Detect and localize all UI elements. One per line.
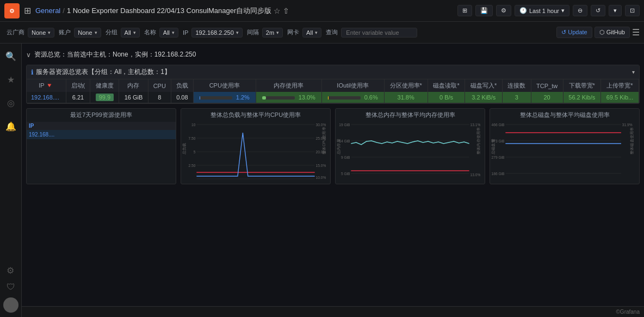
chart-disk-svg: 466 GiB 373 GiB 279 GiB 186 GiB 31.9% 总磁…: [490, 122, 639, 184]
svg-text:5 GiB: 5 GiB: [341, 172, 350, 176]
refresh-options-button[interactable]: ▾: [609, 5, 622, 16]
col-connections[interactable]: 连接数: [503, 79, 531, 92]
filter-interval-select[interactable]: 2m ▾: [262, 28, 283, 38]
topbar-right: ⊞ 💾 ⚙ 🕐 Last 1 hour ▾ ⊖ ↺ ▾ ⊡: [457, 5, 640, 16]
chart-disk-title: 整体总磁盘与整体平均磁盘使用率: [490, 109, 639, 119]
table-row[interactable]: 192.168.... 6.21 99.9 16 GiB 8 0.08 1.2%: [27, 92, 639, 103]
col-cpu-usage[interactable]: CPU使用率: [193, 79, 256, 92]
cell-memory: 16 GiB: [119, 92, 148, 103]
svg-text:30.0%: 30.0%: [316, 123, 326, 127]
col-uptime[interactable]: 启动(: [66, 79, 90, 92]
col-cpu[interactable]: CPU: [148, 79, 171, 92]
settings-button[interactable]: ⚙: [496, 5, 511, 16]
update-button[interactable]: ↺ Update: [556, 27, 592, 38]
menu-icon[interactable]: ☰: [632, 27, 640, 38]
cpu-progress-bar-container: [200, 96, 232, 100]
main-content: ∨ 资源总览：当前选中主机：None，实例：192.168.2.250 ℹ 服务…: [22, 43, 644, 317]
breadcrumb-root[interactable]: General: [35, 7, 60, 15]
filter-query-label: 查询: [324, 28, 340, 36]
panel-collapse-icon[interactable]: ▾: [632, 69, 635, 75]
time-label: Last 1 hour: [529, 8, 559, 14]
col-ip[interactable]: IP 🔻: [27, 79, 66, 92]
chart-p99-body: IP 192.168....: [27, 122, 176, 184]
footer-text: ©Grafana: [616, 309, 640, 315]
svg-text:整体磁盘使用率: 整体磁盘使用率: [630, 127, 634, 154]
col-disk-read[interactable]: 磁盘读取*: [428, 79, 465, 92]
col-mem-usage[interactable]: 内存使用率: [256, 79, 321, 92]
time-picker[interactable]: 🕐 Last 1 hour ▾: [515, 5, 569, 16]
filter-group-select[interactable]: All ▾: [121, 28, 140, 38]
sidebar-icon-shield[interactable]: 🛡: [3, 279, 18, 295]
io-progress-bar-container: [328, 96, 361, 100]
filter-nic-select[interactable]: All ▾: [302, 28, 321, 38]
chart-load-cpu-svg: 10 7.50 5 2.50 30.0% 25.0% 20.0% 15.0% 1…: [181, 122, 330, 184]
col-load[interactable]: 负载: [171, 79, 193, 92]
col-memory[interactable]: 内存: [119, 79, 148, 92]
share-icon[interactable]: ⇧: [283, 7, 289, 15]
svg-text:整体CPU使用率: 整体CPU使用率: [322, 127, 326, 154]
filter-nic: 网卡 All ▾: [285, 28, 321, 38]
filter-name-label: 名称: [142, 28, 158, 36]
col-upload[interactable]: 上传带宽*: [600, 79, 639, 92]
sidebar-icon-alerting[interactable]: 🔔: [2, 118, 20, 135]
chart-mem: 整体总内存与整体平均内存使用率 19 GiB 14 GiB 9 GiB 5 Gi…: [335, 108, 485, 184]
cpu-progress-bar: [200, 96, 200, 100]
update-icon: ↺: [561, 29, 566, 35]
sidebar-icon-starred[interactable]: ★: [4, 71, 18, 88]
panel-info-icon[interactable]: ℹ: [31, 69, 34, 76]
refresh-button[interactable]: ↺: [591, 5, 605, 16]
update-label: Update: [568, 29, 587, 35]
section-toggle[interactable]: ∨: [26, 51, 31, 59]
col-health[interactable]: 健康度: [90, 79, 119, 92]
sidebar-icon-search[interactable]: 🔍: [2, 48, 20, 65]
cell-tcp-tw: 20: [531, 92, 563, 103]
panel-header: ℹ 服务器资源总览表【分组：All，主机总数：1】 ▾: [27, 65, 639, 79]
resource-table: IP 🔻 启动( 健康度 内存 CPU 负载 CPU使用率 内存使用率 IOut…: [27, 79, 639, 103]
col-io-usage[interactable]: IOutil使用率: [321, 79, 384, 92]
filter-nic-caret: ▾: [315, 30, 318, 35]
filter-ip-caret: ▾: [236, 30, 239, 35]
filter-group-caret: ▾: [133, 30, 136, 35]
github-icon: ⬡: [599, 29, 605, 35]
zoom-out-button[interactable]: ⊖: [573, 5, 587, 16]
clock-icon: 🕐: [519, 7, 527, 14]
github-label: GitHub: [606, 29, 625, 35]
col-tcp-tw[interactable]: TCP_tw: [531, 79, 563, 92]
cell-load: 0.08: [171, 92, 193, 103]
chart-load-cpu-title: 整体总负载与整体平均CPU使用率: [181, 109, 330, 119]
col-download[interactable]: 下载带宽*: [563, 79, 600, 92]
grafana-logo[interactable]: [4, 3, 20, 18]
filter-ip-select[interactable]: 192.168.2.250 ▾: [191, 28, 242, 38]
chart-p99-row[interactable]: 192.168....: [27, 130, 176, 139]
star-icon[interactable]: ☆: [274, 7, 281, 15]
col-disk-write[interactable]: 磁盘写入*: [465, 79, 503, 92]
cell-disk-write: 3.2 KiB/s: [465, 92, 503, 103]
filter-ip: IP 192.168.2.250 ▾: [181, 28, 243, 38]
mem-progress-bar: [262, 96, 267, 100]
filter-cloud-select[interactable]: None ▾: [28, 28, 54, 38]
apps-icon[interactable]: ⊞: [24, 5, 31, 16]
svg-text:7.50: 7.50: [189, 136, 196, 140]
filter-name-value: All: [163, 29, 170, 36]
sidebar-icon-user[interactable]: U: [3, 297, 18, 313]
table-header-row: IP 🔻 启动( 健康度 内存 CPU 负载 CPU使用率 内存使用率 IOut…: [27, 79, 639, 92]
filter-name-caret: ▾: [172, 30, 175, 35]
sidebar-icon-settings[interactable]: ⚙: [3, 262, 18, 279]
chart-disk: 整体总磁盘与整体平均磁盘使用率 466 GiB 373 GiB 279 GiB …: [490, 108, 640, 184]
save-button[interactable]: 💾: [475, 5, 493, 16]
sidebar-icon-explore[interactable]: ◎: [4, 95, 18, 111]
tv-mode-button[interactable]: ⊡: [625, 5, 640, 16]
svg-text:186 GiB: 186 GiB: [492, 172, 505, 176]
filter-group-value: All: [125, 29, 131, 36]
filter-query-input[interactable]: [341, 28, 417, 38]
filter-account-select[interactable]: None ▾: [74, 28, 101, 38]
filter-query: 查询: [324, 28, 417, 38]
filter-account-caret: ▾: [95, 30, 97, 35]
dashboard-settings-icon[interactable]: ⊞: [457, 5, 472, 16]
filter-ip-label: IP: [181, 29, 190, 36]
filter-name-select[interactable]: All ▾: [159, 28, 178, 38]
col-disk-usage[interactable]: 分区使用率*: [384, 79, 428, 92]
github-button[interactable]: ⬡ GitHub: [595, 27, 630, 38]
cell-connections: 3: [503, 92, 531, 103]
svg-text:10: 10: [191, 123, 196, 127]
